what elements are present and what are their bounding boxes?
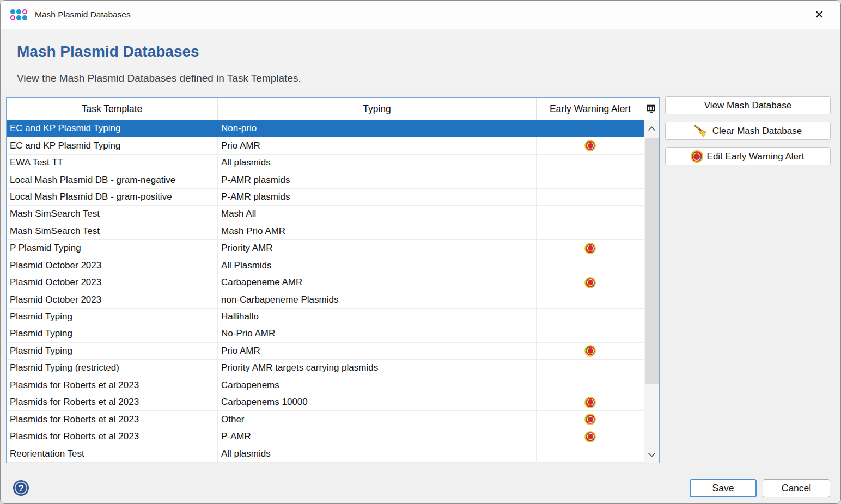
app-icon-dot [22,15,27,20]
cell-early-warning-alert [537,240,644,257]
table-row[interactable]: Plasmid October 2023non-Carbapeneme Plas… [7,291,644,308]
cell-typing: All plasmids [218,445,537,462]
cell-early-warning-alert [537,445,644,462]
cell-task-template: Plasmids for Roberts et al 2023 [7,377,218,394]
table-row[interactable]: EC and KP Plasmid TypingPrio AMR [7,137,644,154]
cell-typing: Mash All [218,206,537,223]
cell-early-warning-alert [537,120,644,137]
table-header: Task Template Typing Early Warning Alert [7,98,659,120]
table-row[interactable]: Plasmid October 2023All Plasmids [7,257,644,274]
cell-task-template: Plasmid Typing [7,343,218,360]
column-chooser-icon[interactable] [644,98,659,120]
cell-task-template: Plasmid Typing [7,325,218,342]
cell-typing: Carbapenems [218,377,537,394]
column-header-early-warning-alert[interactable]: Early Warning Alert [537,98,644,120]
column-header-typing[interactable]: Typing [218,98,537,120]
view-mash-database-button[interactable]: View Mash Database [665,96,831,114]
table-row[interactable]: Plasmid TypingNo-Prio AMR [7,325,644,342]
cell-early-warning-alert [537,291,644,308]
cell-task-template: EC and KP Plasmid Typing [7,120,218,137]
early-warning-alert-icon [586,278,595,287]
page-subtitle: View the Mash Plasmid Databases defined … [17,72,301,84]
cell-early-warning-alert [537,377,644,394]
early-warning-alert-icon [586,398,595,407]
cell-early-warning-alert [537,274,644,291]
table-row[interactable]: Reorientation TestAll plasmids [7,445,644,462]
table-row[interactable]: Mash SimSearch TestMash Prio AMR [7,223,644,240]
cell-task-template: Plasmid Typing (restricted) [7,360,218,377]
scroll-up-icon[interactable] [644,120,659,137]
table-row[interactable]: Plasmids for Roberts et al 2023Other [7,411,644,428]
cell-early-warning-alert [537,428,644,445]
table-row[interactable]: Plasmid TypingHallihallo [7,309,644,325]
table-row[interactable]: EWA Test TTAll plasmids [7,155,644,171]
table-row[interactable]: Local Mash Plasmid DB - gram-negativeP-A… [7,171,644,188]
cell-typing: P-AMR plasmids [218,189,537,206]
cell-typing: Prio AMR [218,343,537,360]
clear-mash-database-button[interactable]: Clear Mash Database [665,122,831,140]
cell-task-template: Mash SimSearch Test [7,206,218,223]
cell-task-template: Plasmids for Roberts et al 2023 [7,394,218,411]
cell-early-warning-alert [537,171,644,188]
edit-early-warning-alert-button[interactable]: Edit Early Warning Alert [665,147,831,165]
cell-early-warning-alert [537,137,644,154]
table-row[interactable]: Plasmid Typing (restricted)Priority AMR … [7,360,644,377]
dialog-window: Mash Plasmid Databases ✕ Mash Plasmid Da… [0,0,841,504]
table-row[interactable]: Plasmid October 2023Carbapeneme AMR [7,274,644,291]
early-warning-alert-icon [586,415,595,424]
vertical-scrollbar[interactable] [644,120,659,463]
early-warning-alert-icon [586,244,595,253]
cell-typing: Priority AMR [218,240,537,257]
help-icon[interactable]: ? [13,480,29,496]
cell-task-template: Local Mash Plasmid DB - gram-positive [7,189,218,206]
cell-typing: Carbapenems 10000 [218,394,537,411]
cancel-button[interactable]: Cancel [763,479,830,497]
table-body: EC and KP Plasmid TypingNon-prioEC and K… [7,120,644,463]
close-icon[interactable]: ✕ [810,6,828,23]
cell-early-warning-alert [537,206,644,223]
cell-typing: non-Carbapeneme Plasmids [218,291,537,308]
scroll-down-icon[interactable] [644,446,659,463]
cell-typing: Non-prio [218,120,537,137]
early-warning-alert-icon [692,151,702,162]
cell-typing: Mash Prio AMR [218,223,537,240]
app-icon [10,9,27,20]
app-icon-dot [16,9,21,14]
cell-early-warning-alert [537,394,644,411]
cell-task-template: Plasmid October 2023 [7,274,218,291]
cell-early-warning-alert [537,155,644,171]
broom-icon [694,125,708,137]
table-row[interactable]: EC and KP Plasmid TypingNon-prio [7,120,644,137]
cell-task-template: P Plasmid Typing [7,240,218,257]
table-row[interactable]: Plasmids for Roberts et al 2023Carbapene… [7,394,644,411]
svg-text:?: ? [18,483,23,493]
table-row[interactable]: Plasmid TypingPrio AMR [7,343,644,360]
cell-task-template: Local Mash Plasmid DB - gram-negative [7,171,218,188]
cell-typing: P-AMR [218,428,537,445]
cell-typing: No-Prio AMR [218,325,537,342]
cell-task-template: Plasmid October 2023 [7,291,218,308]
cell-typing: Priority AMR targets carrying plasmids [218,360,537,377]
early-warning-alert-icon [586,432,595,441]
cell-task-template: Plasmid October 2023 [7,257,218,274]
cell-early-warning-alert [537,257,644,274]
table-row[interactable]: Plasmids for Roberts et al 2023Carbapene… [7,377,644,394]
cell-early-warning-alert [537,325,644,342]
table-row[interactable]: P Plasmid TypingPriority AMR [7,240,644,257]
scrollbar-thumb[interactable] [645,138,659,384]
databases-table: Task Template Typing Early Warning Alert… [6,97,660,463]
save-button[interactable]: Save [690,479,757,497]
table-row[interactable]: Local Mash Plasmid DB - gram-positiveP-A… [7,189,644,206]
cell-task-template: Plasmids for Roberts et al 2023 [7,428,218,445]
table-row[interactable]: Mash SimSearch TestMash All [7,206,644,223]
early-warning-alert-icon [586,346,595,355]
page-title: Mash Plasmid Databases [17,43,199,60]
cell-typing: All plasmids [218,155,537,171]
cell-typing: All Plasmids [218,257,537,274]
window-title: Mash Plasmid Databases [35,10,131,20]
column-header-task-template[interactable]: Task Template [7,98,218,120]
cell-early-warning-alert [537,360,644,377]
app-icon-dot [22,9,27,14]
clear-mash-database-label: Clear Mash Database [712,126,802,137]
table-row[interactable]: Plasmids for Roberts et al 2023P-AMR [7,428,644,445]
